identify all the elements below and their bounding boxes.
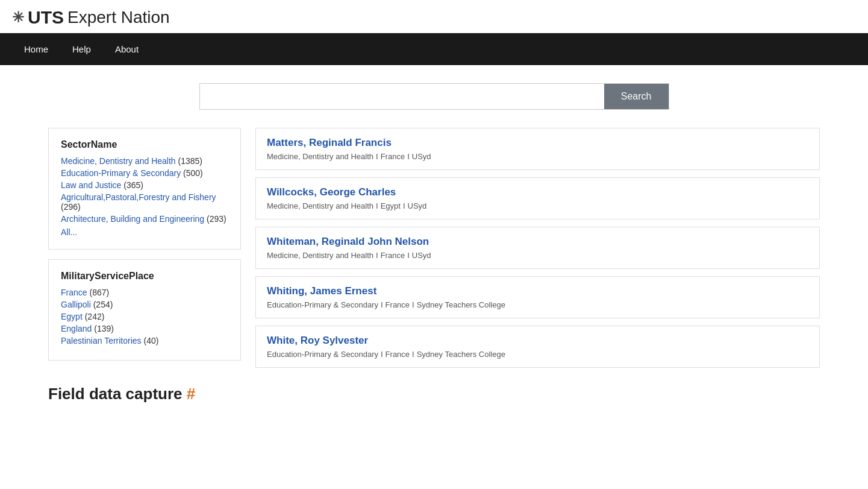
search-section: Search — [0, 65, 868, 122]
result-name-3[interactable]: Whiting, James Ernest — [267, 285, 808, 297]
facet-military-item-0[interactable]: France (867) — [61, 288, 228, 297]
facet-sectorname-item-1[interactable]: Education-Primary & Secondary (500) — [61, 168, 228, 178]
result-card-3: Whiting, James Ernest Education-Primary … — [255, 276, 820, 318]
result-card-0: Matters, Reginald Francis Medicine, Dent… — [255, 128, 820, 170]
nav-home[interactable]: Home — [12, 33, 60, 65]
search-box: Search — [199, 83, 669, 110]
bottom-hash: # — [187, 385, 195, 403]
result-card-2: Whiteman, Reginald John Nelson Medicine,… — [255, 227, 820, 269]
facet-military-item-3[interactable]: England (139) — [61, 324, 228, 333]
facet-militaryserviceplace-title: MilitaryServicePlace — [61, 271, 228, 282]
result-name-0[interactable]: Matters, Reginald Francis — [267, 137, 808, 149]
results-column: Matters, Reginald Francis Medicine, Dent… — [255, 128, 820, 368]
result-name-2[interactable]: Whiteman, Reginald John Nelson — [267, 236, 808, 248]
result-card-1: Willcocks, George Charles Medicine, Dent… — [255, 177, 820, 219]
result-name-1[interactable]: Willcocks, George Charles — [267, 186, 808, 198]
bottom-partial-text: Field data capture # — [0, 385, 868, 403]
facet-sectorname-item-4[interactable]: Architecture, Building and Engineering (… — [61, 214, 228, 224]
facet-military-item-1[interactable]: Gallipoli (254) — [61, 300, 228, 309]
facet-military-item-2[interactable]: Egypt (242) — [61, 312, 228, 321]
result-name-4[interactable]: White, Roy Sylvester — [267, 335, 808, 347]
facet-sectorname: SectorName Medicine, Dentistry and Healt… — [48, 128, 241, 250]
facet-sectorname-item-0[interactable]: Medicine, Dentistry and Health (1385) — [61, 156, 228, 166]
left-column: SectorName Medicine, Dentistry and Healt… — [48, 128, 241, 368]
logo-expert-nation: Expert Nation — [67, 8, 170, 27]
search-input[interactable] — [200, 84, 604, 109]
result-card-4: White, Roy Sylvester Education-Primary &… — [255, 326, 820, 368]
nav-help[interactable]: Help — [60, 33, 103, 65]
result-meta-1: Medicine, Dentistry and HealthIEgyptIUSy… — [267, 201, 808, 210]
result-meta-4: Education-Primary & SecondaryIFranceISyd… — [267, 350, 808, 359]
logo-uts: UTS — [28, 7, 64, 28]
result-meta-0: Medicine, Dentistry and HealthIFranceIUS… — [267, 152, 808, 161]
facet-sectorname-all[interactable]: All... — [61, 227, 228, 237]
main-content: SectorName Medicine, Dentistry and Healt… — [0, 122, 868, 380]
facet-militaryserviceplace: MilitaryServicePlace France (867) Gallip… — [48, 259, 241, 361]
logo-bar: ✳ UTS Expert Nation — [0, 0, 868, 33]
facet-military-item-4[interactable]: Palestinian Territories (40) — [61, 336, 228, 345]
facet-sectorname-item-2[interactable]: Law and Justice (365) — [61, 180, 228, 190]
result-meta-3: Education-Primary & SecondaryIFranceISyd… — [267, 300, 808, 309]
result-meta-2: Medicine, Dentistry and HealthIFranceIUS… — [267, 251, 808, 260]
facet-sectorname-title: SectorName — [61, 139, 228, 150]
search-button[interactable]: Search — [604, 84, 669, 109]
main-nav: Home Help About — [0, 33, 868, 65]
facet-sectorname-item-3[interactable]: Agricultural,Pastoral,Forestry and Fishe… — [61, 192, 228, 212]
snowflake-icon: ✳ — [12, 9, 24, 26]
nav-about[interactable]: About — [103, 33, 151, 65]
